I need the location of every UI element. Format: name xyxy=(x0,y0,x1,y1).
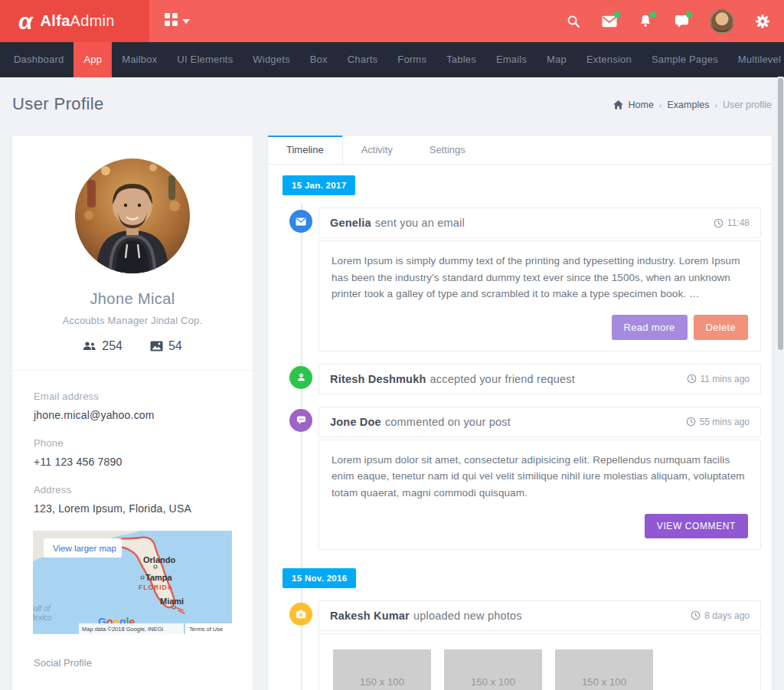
nav-item-forms[interactable]: Forms xyxy=(387,42,436,77)
home-icon xyxy=(613,100,623,110)
entry-buttons: Read more Delete xyxy=(332,315,748,340)
delete-button[interactable]: Delete xyxy=(694,315,748,340)
nav-item-extension[interactable]: Extension xyxy=(577,42,642,77)
map-label-orlando: Orlando xyxy=(143,555,175,564)
profile-role: Accoubts Manager Jindal Cop. xyxy=(12,315,253,326)
tab-settings[interactable]: Settings xyxy=(411,136,484,164)
breadcrumb-current: User profile xyxy=(723,100,772,110)
user-icon xyxy=(289,366,312,389)
tab-timeline[interactable]: Timeline xyxy=(268,136,343,164)
map-label-miami: Miami xyxy=(160,597,184,606)
search-icon[interactable] xyxy=(566,14,581,29)
chat-icon[interactable] xyxy=(674,14,689,29)
address-value: 123, Lorem Ipsum, Florida, USA xyxy=(34,502,231,515)
photo-placeholder[interactable]: 150 x 100 xyxy=(333,649,431,690)
entry-timestamp: 8 days ago xyxy=(691,610,750,621)
photos-icon xyxy=(150,341,163,352)
entry-header: Genelia sent you an email 11:48 xyxy=(318,208,761,238)
timeline: 15 Jan. 2017 Genelia sent you an email 1… xyxy=(268,165,772,690)
entry-buttons: VIEW COMMENT xyxy=(332,514,748,538)
breadcrumb-examples-link[interactable]: Examples xyxy=(668,100,710,110)
brand-name-bold: Alfa xyxy=(41,12,70,30)
entry-header: Ritesh Deshmukh accepted your friend req… xyxy=(318,364,761,394)
header-user-avatar[interactable] xyxy=(710,9,734,34)
map-terms-link[interactable]: Terms of Use xyxy=(189,626,223,633)
nav-item-sample-pages[interactable]: Sample Pages xyxy=(642,42,728,77)
nav-item-tables[interactable]: Tables xyxy=(436,42,486,77)
map-label-gulf2: Mexico xyxy=(33,613,52,622)
entry-body: Lorem Ipsum is simply dummy text of the … xyxy=(318,240,761,352)
map-label-florida: FLORIDA xyxy=(139,584,173,591)
tab-activity[interactable]: Activity xyxy=(343,136,411,164)
profile-photo xyxy=(75,159,190,273)
nav-item-app[interactable]: App xyxy=(74,42,112,77)
map-label-tampa: Tampa xyxy=(145,573,173,582)
address-label: Address xyxy=(34,484,231,495)
entry-action-text: uploaded new photos xyxy=(413,610,522,622)
photo-placeholder[interactable]: 150 x 100 xyxy=(555,649,653,690)
nav-item-ui-elements[interactable]: UI Elements xyxy=(167,42,243,77)
comment-icon xyxy=(289,409,312,432)
clock-icon xyxy=(714,218,724,228)
user-profile-page: α AlfaAdmin xyxy=(0,0,784,690)
entry-action-text: sent you an email xyxy=(375,217,465,229)
timeline-entry-friend-request: Ritesh Deshmukh accepted your friend req… xyxy=(268,364,761,394)
timeline-entry-email: Genelia sent you an email 11:48 Lorem Ip… xyxy=(268,208,761,352)
photos-stat: 54 xyxy=(150,339,182,353)
timeline-entry-comment: Jone Doe commented on your post 55 mins … xyxy=(268,407,761,550)
photo-grid: 150 x 100 150 x 100 150 x 100 150 x 100 xyxy=(332,646,676,690)
scrollbar-thumb[interactable] xyxy=(778,78,783,350)
entry-header: Rakesh Kumar uploaded new photos 8 days … xyxy=(318,600,761,631)
map-attribution: Map data ©2018 Google, INEGI xyxy=(82,626,163,633)
chevron-down-icon xyxy=(182,19,190,24)
nav-item-map[interactable]: Map xyxy=(537,42,577,77)
read-more-button[interactable]: Read more xyxy=(612,315,688,340)
date-badge: 15 Nov. 2016 xyxy=(283,568,356,588)
envelope-icon xyxy=(289,210,312,233)
breadcrumb-separator: › xyxy=(659,100,662,110)
grid-icon xyxy=(165,13,178,29)
mail-icon[interactable] xyxy=(602,14,617,29)
nav-item-dashboard[interactable]: Dashboard xyxy=(4,42,74,77)
breadcrumb-home-link[interactable]: Home xyxy=(629,100,654,110)
contact-fields: Email address jhone.mical@yahoo.com Phon… xyxy=(12,371,253,515)
alpha-logo-icon: α xyxy=(18,10,33,33)
brand-logo[interactable]: α AlfaAdmin xyxy=(0,0,149,42)
view-larger-map-button[interactable]: View larger map xyxy=(44,538,122,558)
entry-timestamp: 11 mins ago xyxy=(687,374,750,384)
bell-icon[interactable] xyxy=(638,14,653,29)
date-badge: 15 Jan. 2017 xyxy=(283,175,355,195)
page-scrollbar[interactable] xyxy=(778,77,783,690)
photo-placeholder[interactable]: 150 x 100 xyxy=(444,649,542,690)
bell-notification-dot xyxy=(650,11,656,18)
nav-item-charts[interactable]: Charts xyxy=(338,42,388,77)
nav-item-emails[interactable]: Emails xyxy=(486,42,537,77)
header-actions xyxy=(566,9,784,34)
social-profile-label: Social Profile xyxy=(12,657,253,669)
email-value: jhone.mical@yahoo.com xyxy=(34,409,231,421)
breadcrumb: Home › Examples › User profile xyxy=(613,100,773,110)
entry-body: Lorem ipsum dolor sit amet, consectetur … xyxy=(318,440,761,550)
clock-icon xyxy=(686,417,696,427)
nav-item-mailbox[interactable]: Mailbox xyxy=(112,42,167,77)
nav-item-multilevel[interactable]: Multilevel xyxy=(728,42,784,77)
profile-tabs: Timeline Activity Settings xyxy=(268,136,772,165)
location-map[interactable]: Orlando Tampa FLORIDA Miami Gulf of Mexi… xyxy=(33,531,232,634)
entry-body-text: Lorem Ipsum is simply dummy text of the … xyxy=(332,255,740,299)
clock-icon xyxy=(691,610,701,620)
svg-text:View larger map: View larger map xyxy=(53,544,116,553)
nav-item-box[interactable]: Box xyxy=(300,42,338,77)
map-label-gulf1: Gulf of xyxy=(33,604,51,613)
entry-user-name: Ritesh Deshmukh xyxy=(330,373,426,385)
gear-icon[interactable] xyxy=(755,14,770,29)
entry-body-text: Lorem ipsum dolor sit amet, consectetur … xyxy=(332,454,745,499)
phone-label: Phone xyxy=(34,437,231,449)
nav-item-widgets[interactable]: Widgets xyxy=(243,42,299,77)
apps-grid-button[interactable] xyxy=(165,13,190,29)
view-comment-button[interactable]: VIEW COMMENT xyxy=(645,514,748,538)
mail-notification-dot xyxy=(614,11,620,18)
timeline-card: Timeline Activity Settings 15 Jan. 2017 … xyxy=(267,135,773,690)
profile-stats: 254 54 xyxy=(12,339,253,353)
profile-name: Jhone Mical xyxy=(12,290,253,308)
breadcrumb-separator: › xyxy=(714,100,717,110)
